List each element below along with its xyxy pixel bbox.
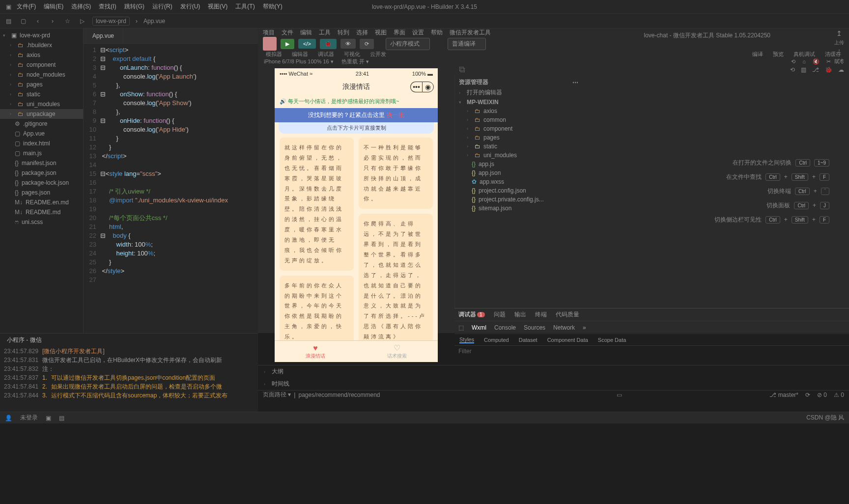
tree-file[interactable]: M↓README.md xyxy=(0,207,83,217)
compile-select[interactable]: 普通编译 xyxy=(448,38,486,50)
editor[interactable]: App.vue 1⊟<script> 2⊟ export default { 3… xyxy=(84,28,258,333)
wx-title: love-chat - 微信开发者工具 Stable 1.05.2204250 xyxy=(644,31,770,40)
mute-icon[interactable]: 🔇 xyxy=(813,58,820,65)
resource-tree[interactable]: 资源管理器⋯ ›打开的编辑器 ▾MP-WEIXIN ›🗀axios ›🗀comm… xyxy=(454,74,582,308)
play-button[interactable]: ▶ xyxy=(281,39,294,49)
tab-debugger[interactable]: 调试器1 xyxy=(458,310,485,319)
tree-file[interactable]: ▢App.vue xyxy=(0,129,83,139)
tree-file[interactable]: {}package-lock.json xyxy=(0,178,83,188)
device-select[interactable]: iPhone 6/7/8 Plus 100% 16 ▾ xyxy=(264,58,334,65)
file-explorer[interactable]: ▾▣love-wx-prd ›🗀.hbuilderx ›🗀axios ›🗀com… xyxy=(0,28,84,333)
page-path-label[interactable]: 页面路径 ▾ xyxy=(263,391,291,399)
quote-card[interactable]: 你爬得高、走得远，不是为了被世界看到，而是看到整个世界。看得多了，也就知道怎么选… xyxy=(359,214,433,340)
breadcrumb-project[interactable]: love-wx-prd xyxy=(92,17,130,26)
upload-icon[interactable]: ↥ xyxy=(836,29,842,37)
forward-icon[interactable]: › xyxy=(48,17,57,26)
outline-accord[interactable]: ›大纲 xyxy=(258,365,849,378)
user-icon[interactable]: 👤 xyxy=(5,415,12,421)
watermark: CSDN @隐 风 xyxy=(806,414,844,422)
tree-folder[interactable]: ›🗀.hbuilderx xyxy=(0,40,83,50)
breadcrumb-file[interactable]: App.vue xyxy=(143,18,165,25)
tree-file[interactable]: ▢index.html xyxy=(0,139,83,148)
refresh-banner[interactable]: 没找到想要的？赶紧点击这里 换一批 xyxy=(275,108,438,122)
menu-select[interactable]: 选择(S) xyxy=(67,2,95,11)
tree-file[interactable]: ⚙.gitignore xyxy=(0,119,83,129)
quote-card[interactable]: 不一种胜利是能够必需实现的，然而只有你敢于攀缘你所抉择的山顶，成功就会越来越靠近… xyxy=(359,138,433,209)
back-icon[interactable]: ‹ xyxy=(33,17,42,26)
wx-menubar[interactable]: 项目 文件 编辑 工具 转到 选择 视图 界面 设置 帮助 微信开发者工具 lo… xyxy=(258,28,849,37)
bug-button[interactable]: 🐞 xyxy=(320,39,337,49)
tree-file[interactable]: M↓README.en.md xyxy=(0,197,83,207)
quote-card[interactable]: 就这样停留在你的身前俯望，无愁，也无忧。喜看烟雨寒霞，哭落星斑玻月。深情数去几度… xyxy=(280,138,354,271)
star-icon[interactable]: ☆ xyxy=(63,17,72,26)
tree-folder[interactable]: ›🗀pages xyxy=(0,80,83,89)
hot-reload[interactable]: 热重载 开 ▾ xyxy=(341,58,369,65)
tree-folder[interactable]: ›🗀static xyxy=(0,89,83,99)
menu-publish[interactable]: 发行(U) xyxy=(176,2,204,11)
page-title: 浪漫情话 xyxy=(342,83,370,91)
save-icon[interactable]: ▢ xyxy=(19,17,28,26)
copy-icon[interactable]: ▭ xyxy=(617,392,622,398)
announcement: 🔊 每天一句小情话，是维护感情最好的润滑剂哦~ xyxy=(275,95,438,108)
files-icon[interactable]: ⿻ xyxy=(459,66,465,73)
code-button[interactable]: </> xyxy=(298,39,316,49)
tree-file[interactable]: ▢main.js xyxy=(0,148,83,158)
console-title: 小程序 - 微信 xyxy=(0,334,258,347)
output-icon[interactable]: ▣ xyxy=(46,415,51,421)
timeline-accord[interactable]: ›时间线 xyxy=(258,378,849,390)
debug-icon[interactable]: 🐞 xyxy=(825,66,832,73)
filter-input[interactable]: Filter xyxy=(454,346,849,357)
split-icon[interactable]: ▥ xyxy=(801,66,806,73)
breadcrumb-sep: › xyxy=(136,18,138,25)
menu-tools[interactable]: 工具(T) xyxy=(231,2,258,11)
terminal-icon[interactable]: ▤ xyxy=(59,415,64,421)
quote-card[interactable]: 多年前的你在众人的期盼中来到这个世界，今年的今天你依然是我期盼的主角，亲爱的，快… xyxy=(280,276,354,340)
menu-run[interactable]: 运行(R) xyxy=(148,2,176,11)
menu-edit[interactable]: 编辑(E) xyxy=(40,2,67,11)
eye-button[interactable]: 👁 xyxy=(340,39,356,49)
simulator[interactable]: •••• WeChat ≈23:41100% ▬ 浪漫情话 •••◉ 🔊 每天一… xyxy=(275,68,438,362)
hint-banner: 点击下方卡片可直接复制 xyxy=(279,122,434,134)
tab-romance[interactable]: ♥浪漫情话 xyxy=(275,341,356,362)
menu-find[interactable]: 查找(I) xyxy=(95,2,120,11)
reload-icon[interactable]: ⟲ xyxy=(790,66,795,73)
mode-select[interactable]: 小程序模式 xyxy=(386,38,430,50)
tree-file[interactable]: {}manifest.json xyxy=(0,158,83,168)
cloud-button[interactable]: ⟳ xyxy=(360,39,374,49)
close-icon[interactable]: ◉ xyxy=(422,82,434,92)
play-icon[interactable]: ▷ xyxy=(78,17,86,26)
home-icon[interactable]: ⌂ xyxy=(802,58,806,65)
menu-icon[interactable]: ••• xyxy=(410,82,422,92)
sync-icon[interactable]: ⟳ xyxy=(805,392,810,398)
tree-folder[interactable]: ›🗀unpackage xyxy=(0,109,83,119)
menu-view[interactable]: 视图(V) xyxy=(204,2,231,11)
tree-file[interactable]: {}pages.json xyxy=(0,188,83,197)
tree-file[interactable]: ෆuni.scss xyxy=(0,217,83,227)
window-title: love-wx-prd/App.vue - HBuilder X 3.4.15 xyxy=(372,3,477,10)
new-file-icon[interactable]: ▤ xyxy=(4,17,13,26)
page-path: pages/recommend/recommend xyxy=(298,392,380,398)
console[interactable]: 23:41:57.829[微信小程序开发者工具] 23:41:57.831微信开… xyxy=(0,347,258,400)
refresh-icon[interactable]: ⟲ xyxy=(791,58,795,65)
more-icon[interactable]: » xyxy=(583,324,586,331)
login-status[interactable]: 未登录 xyxy=(20,414,38,422)
version-icon[interactable]: ⋮ xyxy=(836,48,843,56)
tree-folder[interactable]: ›🗀uni_modules xyxy=(0,99,83,109)
avatar[interactable] xyxy=(263,37,277,51)
editor-tab[interactable]: App.vue xyxy=(84,28,123,43)
tree-file[interactable]: {}package.json xyxy=(0,168,83,178)
app-icon: ▣ xyxy=(4,2,13,11)
inspect-icon[interactable]: ⬚ xyxy=(458,324,464,331)
tree-folder[interactable]: ›🗀axios xyxy=(0,50,83,60)
tab-search[interactable]: ♡话术搜索 xyxy=(356,341,438,362)
tree-root[interactable]: ▾▣love-wx-prd xyxy=(0,30,83,40)
menu-help[interactable]: 帮助(Y) xyxy=(259,2,286,11)
git-icon[interactable]: ⎇ xyxy=(812,66,819,73)
tree-folder[interactable]: ›🗀node_modules xyxy=(0,70,83,80)
tree-folder[interactable]: ›🗀component xyxy=(0,60,83,70)
shortcut-hints: 在打开的文件之间切换Ctrl1~9 在文件中查找Ctrl+Shift+F 切换终… xyxy=(582,74,849,308)
menu-file[interactable]: 文件(F) xyxy=(13,2,40,11)
menu-goto[interactable]: 跳转(G) xyxy=(120,2,148,11)
cloud-icon[interactable]: ☁ xyxy=(838,66,844,73)
